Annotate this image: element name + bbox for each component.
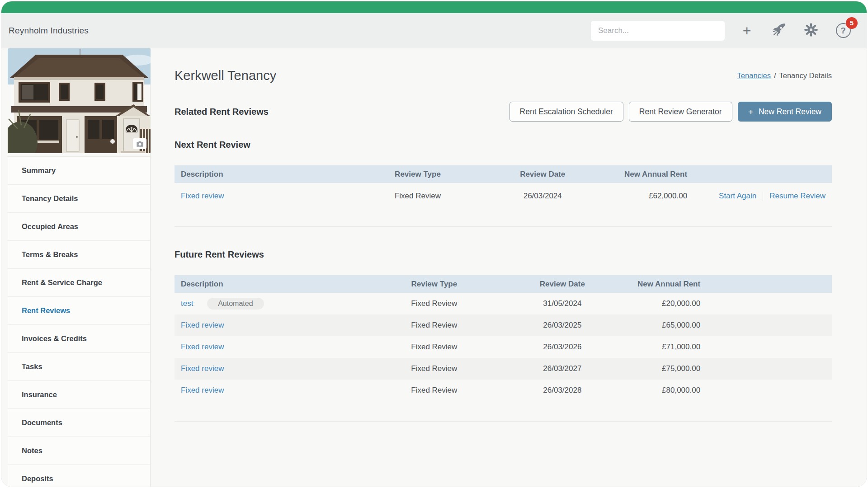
review-type-cell: Fixed Review [365,299,503,308]
table-row: Fixed review Fixed Review 26/03/2025 £65… [175,314,832,336]
breadcrumb-separator: / [774,71,776,80]
col-new-annual-rent: New Annual Rent [602,170,687,179]
table-row: test Automated Fixed Review 31/05/2024 £… [175,293,832,314]
sidebar-item-documents[interactable]: Documents [8,409,150,437]
col-review-type: Review Type [352,170,484,179]
review-type-cell: Fixed Review [365,364,503,373]
sidebar-item-tasks[interactable]: Tasks [8,353,150,381]
settings-button[interactable] [801,21,821,41]
review-description-link[interactable]: test [181,299,193,308]
sidebar-item-deposits[interactable]: Deposits [8,465,150,487]
rent-review-generator-button[interactable]: Rent Review Generator [629,102,732,122]
breadcrumb-current: Tenancy Details [779,71,832,80]
col-description: Description [175,280,365,289]
page-title: Kerkwell Tenancy [175,68,276,83]
house-illustration [8,48,151,153]
table-row: Fixed review Fixed Review 26/03/2027 £75… [175,358,832,380]
camera-button[interactable] [133,138,146,149]
review-description-link[interactable]: Fixed review [181,364,224,373]
sidebar-item-rent-service-charge[interactable]: Rent & Service Charge [8,269,150,297]
section-divider [175,421,832,422]
sidebar-item-summary[interactable]: Summary [8,157,150,185]
review-description-link[interactable]: Fixed review [181,386,224,394]
table-header: Description Review Type Review Date New … [175,165,832,183]
review-type-cell: Fixed Review [365,343,503,352]
add-button[interactable]: + [737,21,757,41]
action-divider [763,192,763,201]
rocket-icon [771,22,787,39]
new-rent-review-label: New Rent Review [759,107,821,117]
table-row: Fixed review Fixed Review 26/03/2028 £80… [175,380,832,401]
review-date-cell: 26/03/2026 [503,343,622,352]
next-rent-review-table: Description Review Type Review Date New … [175,165,832,209]
plus-icon: + [748,107,754,117]
col-description: Description [175,170,352,179]
review-date-cell: 26/03/2027 [503,364,622,373]
new-annual-rent-cell: £71,000.00 [622,343,700,352]
rent-escalation-scheduler-button[interactable]: Rent Escalation Scheduler [509,102,623,122]
launch-button[interactable] [769,21,789,41]
content-area: Summary Tenancy Details Occupied Areas T… [1,48,867,487]
sidebar-menu: Summary Tenancy Details Occupied Areas T… [8,156,150,487]
col-review-date: Review Date [483,170,602,179]
main-panel: Kerkwell Tenancy Tenancies / Tenancy Det… [151,48,867,487]
related-rent-reviews-heading: Related Rent Reviews [175,107,269,117]
breadcrumb: Tenancies / Tenancy Details [737,71,832,80]
notification-badge: 5 [846,17,858,29]
sidebar-item-invoices-credits[interactable]: Invoices & Credits [8,325,150,353]
search-input[interactable] [591,21,725,41]
property-photo [8,48,151,153]
brand-name: Reynholm Industries [9,26,89,36]
review-date-cell: 26/03/2028 [503,386,622,395]
review-type-cell: Fixed Review [365,321,503,330]
sidebar-item-notes[interactable]: Notes [8,437,150,465]
breadcrumb-tenancies-link[interactable]: Tenancies [737,71,771,80]
new-annual-rent-cell: £20,000.00 [622,299,700,308]
automated-badge: Automated [207,298,264,310]
review-date-cell: 26/03/2025 [503,321,622,330]
new-annual-rent-cell: £65,000.00 [622,321,700,330]
col-new-annual-rent: New Annual Rent [622,280,700,289]
start-again-link[interactable]: Start Again [719,192,756,201]
app-window: Reynholm Industries + [1,1,867,487]
new-rent-review-button[interactable]: + New Rent Review [738,102,832,122]
resume-review-link[interactable]: Resume Review [769,192,826,201]
review-date-cell: 31/05/2024 [503,299,622,308]
sidebar-item-insurance[interactable]: Insurance [8,381,150,409]
col-review-date: Review Date [503,280,622,289]
table-row: Fixed review Fixed Review 26/03/2024 £62… [175,183,832,209]
gear-icon [803,22,819,39]
next-rent-review-heading: Next Rent Review [175,140,832,150]
review-date-cell: 26/03/2024 [483,192,602,201]
review-description-link[interactable]: Fixed review [181,192,224,200]
sidebar-item-rent-reviews[interactable]: Rent Reviews [8,297,150,325]
help-button[interactable]: ? 5 [833,21,853,41]
row-actions: Start Again Resume Review [687,192,832,201]
section-divider [175,226,832,227]
new-annual-rent-cell: £80,000.00 [622,386,700,395]
table-header: Description Review Type Review Date New … [175,275,832,293]
camera-icon [136,140,144,148]
header-bar: Reynholm Industries + [1,13,867,48]
review-description-link[interactable]: Fixed review [181,321,224,329]
new-annual-rent-cell: £62,000.00 [602,192,687,201]
new-annual-rent-cell: £75,000.00 [622,364,700,373]
review-type-cell: Fixed Review [365,386,503,395]
sidebar-item-occupied-areas[interactable]: Occupied Areas [8,213,150,241]
future-rent-reviews-table: Description Review Type Review Date New … [175,275,832,401]
future-rent-reviews-heading: Future Rent Reviews [175,249,832,260]
top-accent-bar [1,1,867,13]
sidebar: Summary Tenancy Details Occupied Areas T… [1,48,151,487]
review-description-link[interactable]: Fixed review [181,343,224,351]
plus-icon: + [743,23,751,38]
sidebar-item-tenancy-details[interactable]: Tenancy Details [8,185,150,213]
sidebar-item-terms-breaks[interactable]: Terms & Breaks [8,241,150,269]
col-review-type: Review Type [365,280,503,289]
review-type-cell: Fixed Review [352,192,484,201]
table-row: Fixed review Fixed Review 26/03/2026 £71… [175,336,832,358]
